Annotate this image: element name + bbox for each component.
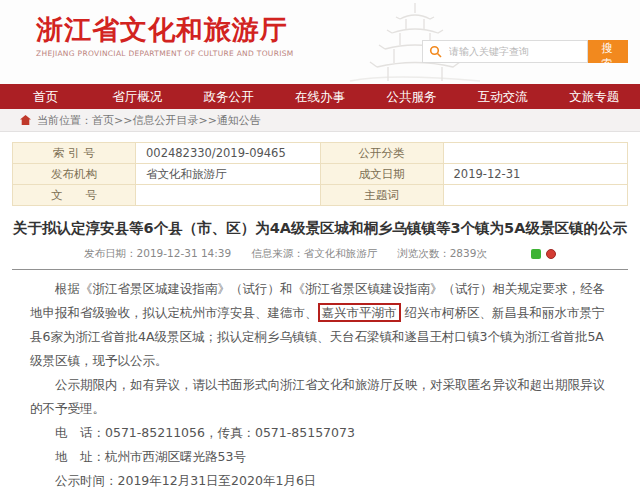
nav-item-home[interactable]: 首页 <box>0 84 91 109</box>
share-icons <box>531 249 556 259</box>
index-number-label: 索 引 号 <box>13 143 136 164</box>
search-input[interactable] <box>447 45 579 58</box>
site-header: 浙江省文化和旅游厅 ZHEJIANG PROVINCIAL DEPARTMENT… <box>0 0 640 84</box>
contact-phone-line: 电 话：0571-85211056，传真：0571-85157073 <box>30 421 610 445</box>
nav-item-public-services[interactable]: 公共服务 <box>366 84 457 109</box>
article-meta: 发布日期：2019-12-31 14:39 信息来源：省文化和旅游厅 浏览次数：… <box>12 247 628 261</box>
paragraph-announcement: 根据《浙江省景区城建设指南》（试行）和《浙江省景区镇建设指南》（试行）相关规定要… <box>30 277 610 373</box>
nav-item-interaction[interactable]: 互动交流 <box>457 84 548 109</box>
breadcrumb-text[interactable]: 当前位置：首页>>信息公开目录>>通知公告 <box>37 113 261 128</box>
wechat-share-icon[interactable] <box>531 249 541 259</box>
site-logo: 浙江省文化和旅游厅 ZHEJIANG PROVINCIAL DEPARTMENT… <box>36 15 294 58</box>
issue-date-label: 成文日期 <box>320 164 443 185</box>
search-button[interactable]: 搜 索 <box>588 40 628 63</box>
document-info-table: 索 引 号 002482330/2019-09465 公开分类 发布机构 省文化… <box>12 142 628 206</box>
nav-item-overview[interactable]: 省厅概况 <box>91 84 182 109</box>
subject-words-value <box>443 185 628 206</box>
title-divider <box>12 269 628 270</box>
table-row: 索 引 号 002482330/2019-09465 公开分类 <box>13 143 628 164</box>
search-area: 搜 索 <box>422 40 628 63</box>
publicity-period-line: 公示时间：2019年12月31日至2020年1月6日 <box>30 469 610 493</box>
issue-date-value: 2019-12-31 <box>443 164 628 185</box>
info-source: 信息来源：省文化和旅游厅 <box>251 247 377 261</box>
index-number-value: 002482330/2019-09465 <box>136 143 321 164</box>
article-content: 索 引 号 002482330/2019-09465 公开分类 发布机构 省文化… <box>0 142 640 493</box>
nav-item-online-services[interactable]: 在线办事 <box>274 84 365 109</box>
public-category-value <box>443 143 628 164</box>
table-row: 发布机构 省文化和旅游厅 成文日期 2019-12-31 <box>13 164 628 185</box>
nav-item-culture-tourism-topics[interactable]: 文旅专题 <box>549 84 640 109</box>
weibo-share-icon[interactable] <box>546 249 556 259</box>
issuing-agency-value: 省文化和旅游厅 <box>136 164 321 185</box>
paragraph-objection: 公示期限内，如有异议，请以书面形式向浙江省文化和旅游厅反映，对采取匿名异议和超出… <box>30 373 610 421</box>
article-body: 根据《浙江省景区城建设指南》（试行）和《浙江省景区镇建设指南》（试行）相关规定要… <box>12 277 628 493</box>
table-row: 文 号 主题词 <box>13 185 628 206</box>
document-number-value <box>136 185 321 206</box>
search-icon <box>429 45 442 58</box>
publish-date: 发布日期：2019-12-31 14:39 <box>84 247 231 261</box>
page-title: 关于拟认定淳安县等6个县（市、区）为4A级景区城和桐乡乌镇镇等3个镇为5A级景区… <box>12 218 628 238</box>
breadcrumb: 当前位置：首页>>信息公开目录>>通知公告 <box>0 109 640 132</box>
main-nav: 首页 省厅概况 政务公开 在线办事 公共服务 互动交流 文旅专题 <box>0 84 640 109</box>
view-count: 浏览次数：2839次 <box>397 247 487 261</box>
nav-item-gov-affairs[interactable]: 政务公开 <box>183 84 274 109</box>
search-box <box>422 40 588 63</box>
home-icon <box>20 115 31 125</box>
highlight-annotation-box: 嘉兴市平湖市 <box>318 303 401 322</box>
document-number-label: 文 号 <box>13 185 136 206</box>
contact-address-line: 地 址：杭州市西湖区曙光路53号 <box>30 445 610 469</box>
site-title-english: ZHEJIANG PROVINCIAL DEPARTMENT OF CULTUR… <box>36 49 294 58</box>
subject-words-label: 主题词 <box>320 185 443 206</box>
public-category-label: 公开分类 <box>320 143 443 164</box>
issuing-agency-label: 发布机构 <box>13 164 136 185</box>
site-title: 浙江省文化和旅游厅 <box>36 15 294 45</box>
